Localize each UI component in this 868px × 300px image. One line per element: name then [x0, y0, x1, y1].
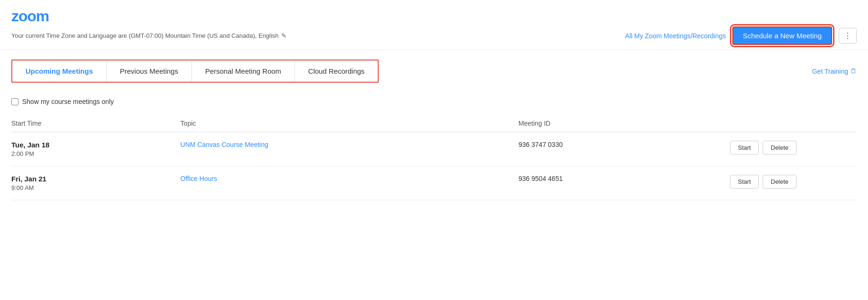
meeting-date: Tue, Jan 18: [11, 141, 181, 149]
table-row: Tue, Jan 18 2:00 PM UNM Canvas Course Me…: [11, 132, 857, 166]
table-row: Fri, Jan 21 9:00 AM Office Hours 936 950…: [11, 166, 857, 200]
get-training-link[interactable]: Get Training 🗒: [812, 68, 857, 75]
logo: zoom: [11, 9, 857, 24]
filter-row: Show my course meetings only: [11, 98, 857, 105]
delete-meeting-button[interactable]: Delete: [763, 175, 797, 189]
col-header-actions: [730, 115, 857, 132]
meeting-time: 2:00 PM: [11, 150, 181, 157]
meeting-topic-link[interactable]: Office Hours: [181, 175, 217, 182]
page-header: zoom Your current Time Zone and Language…: [0, 0, 868, 50]
show-course-meetings-checkbox[interactable]: [11, 98, 18, 105]
meeting-id: 936 9504 4651: [519, 175, 563, 182]
more-options-button[interactable]: ⋮: [839, 28, 857, 43]
edit-icon[interactable]: ✎: [281, 32, 286, 39]
tabs-container: Upcoming Meetings Previous Meetings Pers…: [11, 60, 379, 83]
col-header-meetingid: Meeting ID: [519, 115, 730, 132]
content-area: Show my course meetings only Start Time …: [0, 90, 868, 208]
tabs-section: Upcoming Meetings Previous Meetings Pers…: [0, 60, 868, 83]
tab-upcoming-meetings[interactable]: Upcoming Meetings: [12, 60, 107, 82]
tab-previous-meetings[interactable]: Previous Meetings: [107, 60, 192, 82]
timezone-text: Your current Time Zone and Language are …: [11, 32, 278, 39]
col-header-topic: Topic: [181, 115, 519, 132]
meeting-topic-link[interactable]: UNM Canvas Course Meeting: [181, 141, 269, 148]
start-meeting-button[interactable]: Start: [730, 141, 759, 154]
delete-meeting-button[interactable]: Delete: [763, 141, 797, 154]
schedule-new-meeting-button[interactable]: Schedule a New Meeting: [732, 26, 832, 45]
meeting-date: Fri, Jan 21: [11, 175, 181, 183]
start-meeting-button[interactable]: Start: [730, 175, 759, 189]
meeting-time: 9:00 AM: [11, 184, 181, 191]
meeting-id: 936 3747 0330: [519, 141, 563, 148]
all-meetings-link[interactable]: All My Zoom Meetings/Recordings: [625, 32, 726, 40]
book-icon: 🗒: [851, 68, 857, 75]
tab-personal-meeting-room[interactable]: Personal Meeting Room: [192, 60, 295, 82]
col-header-starttime: Start Time: [11, 115, 181, 132]
tab-cloud-recordings[interactable]: Cloud Recordings: [295, 60, 378, 82]
show-course-meetings-label[interactable]: Show my course meetings only: [22, 98, 114, 105]
meetings-table: Start Time Topic Meeting ID Tue, Jan 18 …: [11, 115, 857, 200]
